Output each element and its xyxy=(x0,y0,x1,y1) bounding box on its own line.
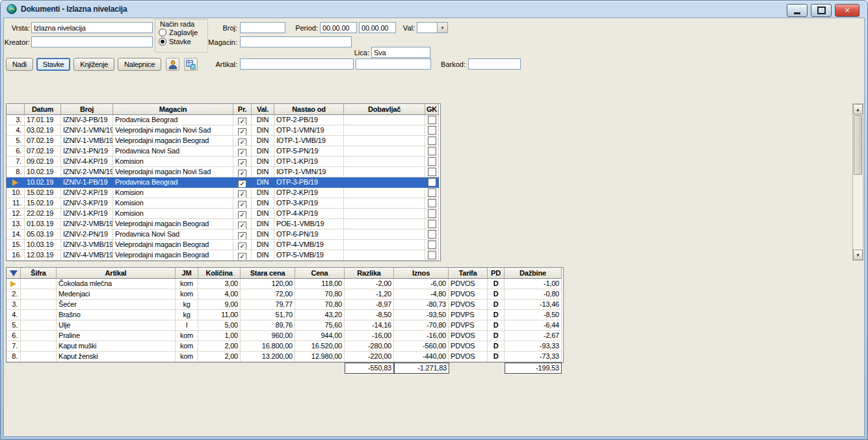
gk-checkbox[interactable] xyxy=(428,240,436,249)
table-row[interactable]: 8.10.02.19IZNIV-2-VMN/19Veleprodajni mag… xyxy=(7,167,440,177)
column-header-datum[interactable]: Datum xyxy=(25,104,61,115)
table-row[interactable]: 15.10.03.19IZNIV-3-VMB/19Veleprodajni ma… xyxy=(7,240,440,250)
minimize-button[interactable] xyxy=(787,4,808,17)
column-header-koli-ina[interactable]: Količina xyxy=(198,268,241,279)
scroll-up-button[interactable]: ▲ xyxy=(853,104,863,114)
table-row[interactable]: 4.03.02.19IZNIV-1-VMN/19Veleprodajni mag… xyxy=(7,125,440,136)
table-row[interactable]: 5.Uljel5,0089,7675,60-14,16-70,80PDVPSD-… xyxy=(7,320,563,331)
column-header-magacin[interactable]: Magacin xyxy=(113,104,233,115)
gk-checkbox[interactable] xyxy=(428,251,436,259)
table-row[interactable]: Čokolada mlečnakom3,00120,00118,00-2,00-… xyxy=(7,279,563,289)
gk-checkbox[interactable] xyxy=(428,178,436,187)
scroll-down-button[interactable]: ▼ xyxy=(853,250,863,260)
column-header-tarifa[interactable]: Tarifa xyxy=(449,268,488,279)
column-header-broj[interactable]: Broj xyxy=(61,104,113,115)
artikal-input[interactable] xyxy=(240,58,354,70)
stavke-button[interactable]: Stavke xyxy=(36,58,70,71)
layout-icon-button[interactable] xyxy=(184,58,198,71)
table-row[interactable]: 7.09.02.19IZNIV-4-KP/19Komision✓DINOTP-1… xyxy=(7,157,440,167)
pr-checkbox[interactable]: ✓ xyxy=(238,138,246,146)
broj-input[interactable] xyxy=(240,22,285,33)
gk-checkbox[interactable] xyxy=(428,157,436,166)
table-row[interactable]: 10.02.19IZNIV-1-PB/19Prodavnica Beograd✓… xyxy=(7,177,440,188)
column-header-artikal[interactable]: Artikal xyxy=(57,268,176,279)
gk-checkbox[interactable] xyxy=(428,199,436,207)
na-i-button[interactable]: Nađi xyxy=(6,58,33,71)
table-row[interactable]: 6.Pralinekom1,00960,00944,00-16,00-16,00… xyxy=(7,331,563,341)
column-header-iznos[interactable]: Iznos xyxy=(394,268,449,279)
pr-checkbox[interactable]: ✓ xyxy=(238,118,246,125)
pr-checkbox[interactable]: ✓ xyxy=(238,190,246,198)
table-row[interactable]: 11.15.02.19IZNIV-3-KP/19Komision✓DINOTP-… xyxy=(7,198,440,209)
barkod-input[interactable] xyxy=(468,58,521,70)
table-row[interactable]: 16.12.03.19IZNIV-4-VMB/19Veleprodajni ma… xyxy=(7,250,440,261)
radio-option-zaglavlje[interactable]: Zaglavlje xyxy=(159,29,198,36)
vrsta-input[interactable] xyxy=(31,22,153,33)
table-row[interactable]: 8.Kaput ženskikom2,0013.200,0012.980,00-… xyxy=(7,352,563,362)
pr-checkbox[interactable]: ✓ xyxy=(238,159,246,167)
table-row[interactable]: 3.17.01.19IZNIV-3-PB/19Prodavnica Beogra… xyxy=(7,115,440,125)
filter-icon[interactable] xyxy=(10,270,18,276)
radio-option-stavke[interactable]: Stavke xyxy=(159,38,191,45)
column-header-nastao-od[interactable]: Nastao od xyxy=(274,104,344,115)
vertical-scrollbar[interactable]: ▲ ▼ xyxy=(852,103,863,261)
column-header-cena[interactable]: Cena xyxy=(295,268,345,279)
pr-checkbox[interactable]: ✓ xyxy=(238,180,246,188)
table-row[interactable]: 3.Šećerkg9,0079,7770,80-8,97-80,73PDVOSD… xyxy=(7,300,563,310)
column-header[interactable] xyxy=(7,104,25,115)
pr-checkbox[interactable]: ✓ xyxy=(238,128,246,136)
column-header-ifra[interactable]: Šifra xyxy=(21,268,57,279)
table-row[interactable]: 14.05.03.19IZNIV-2-PN/19Prodavnica Novi … xyxy=(7,229,440,240)
table-row[interactable]: 13.01.03.19IZNIV-2-VMB/19Veleprodajni ma… xyxy=(7,219,440,229)
gk-cell xyxy=(425,157,439,167)
column-header-stara-cena[interactable]: Stara cena xyxy=(241,268,295,279)
magacin-input[interactable] xyxy=(240,36,352,47)
close-button[interactable]: ✕ xyxy=(835,4,860,17)
pr-checkbox[interactable]: ✓ xyxy=(238,222,246,229)
pr-checkbox[interactable]: ✓ xyxy=(238,211,246,219)
scrollbar-thumb[interactable] xyxy=(854,115,862,175)
column-header-dobavlja[interactable]: Dobavljač xyxy=(344,104,425,115)
gk-checkbox[interactable] xyxy=(428,220,436,228)
gk-checkbox[interactable] xyxy=(428,136,436,145)
user-icon-button[interactable] xyxy=(166,58,179,71)
pr-checkbox[interactable]: ✓ xyxy=(238,170,246,177)
column-header-gk[interactable]: GK xyxy=(425,104,439,115)
chevron-down-icon[interactable]: ▼ xyxy=(437,23,447,32)
gk-checkbox[interactable] xyxy=(428,230,436,239)
column-header[interactable] xyxy=(7,268,21,279)
table-row[interactable]: 2.Medenjacikom4,0072,0070,80-1,20-4,80PD… xyxy=(7,289,563,300)
table-row[interactable]: 7.Kaput muškikom2,0016.800,0016.520,00-2… xyxy=(7,341,563,352)
val-combobox[interactable]: ▼ xyxy=(417,22,448,33)
table-row[interactable]: 5.07.02.19IZNIV-1-VMB/19Veleprodajni mag… xyxy=(7,136,440,146)
table-row[interactable]: 4.Brašnokg11,0051,7043,20-8,50-93,50PDVP… xyxy=(7,310,563,320)
gk-checkbox[interactable] xyxy=(428,147,436,155)
gk-checkbox[interactable] xyxy=(428,209,436,218)
gk-checkbox[interactable] xyxy=(428,126,436,135)
maximize-button[interactable] xyxy=(811,4,832,17)
pr-checkbox[interactable]: ✓ xyxy=(238,149,246,157)
gk-checkbox[interactable] xyxy=(428,116,436,124)
pr-checkbox[interactable]: ✓ xyxy=(238,201,246,209)
pr-checkbox[interactable]: ✓ xyxy=(238,242,246,250)
column-header-da-bine[interactable]: Dažbine xyxy=(505,268,562,279)
table-row[interactable]: 10.15.02.19IZNIV-2-KP/19Komision✓DINOTP-… xyxy=(7,188,440,198)
knji-enje-button[interactable]: Knjiženje xyxy=(73,58,114,71)
column-header-jm[interactable]: JM xyxy=(176,268,198,279)
nalepnice-button[interactable]: Nalepnice xyxy=(118,58,161,71)
pr-checkbox[interactable]: ✓ xyxy=(238,232,246,240)
lica-input[interactable] xyxy=(371,47,430,58)
column-header-pd[interactable]: PD xyxy=(488,268,505,279)
table-row[interactable]: 6.07.02.19IZNIV-1-PN/19Prodavnica Novi S… xyxy=(7,146,440,157)
pr-checkbox[interactable]: ✓ xyxy=(238,253,246,261)
period-from-input[interactable] xyxy=(320,22,357,33)
kreator-input[interactable] xyxy=(31,36,153,47)
column-header-val[interactable]: Val. xyxy=(252,104,274,115)
column-header-pr[interactable]: Pr. xyxy=(233,104,252,115)
gk-checkbox[interactable] xyxy=(428,168,436,176)
period-to-input[interactable] xyxy=(359,22,396,33)
column-header-razlika[interactable]: Razlika xyxy=(345,268,394,279)
gk-checkbox[interactable] xyxy=(428,188,436,197)
artikal-input-2[interactable] xyxy=(356,58,431,70)
table-row[interactable]: 12.22.02.19IZNIV-1-KP/19Komision✓DINOTP-… xyxy=(7,209,440,219)
